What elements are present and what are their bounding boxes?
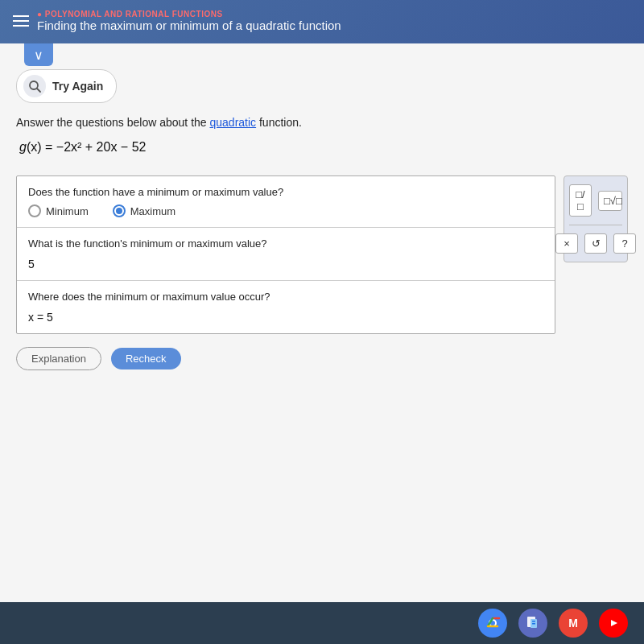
bottom-buttons: Explanation Recheck (0, 334, 644, 383)
header-subtitle: ● POLYNOMIAL AND RATIONAL FUNCTIONS (37, 10, 341, 19)
side-toolbar: □/□ □√□ × ↺ ? (564, 175, 628, 262)
undo-button[interactable]: ↺ (584, 233, 607, 254)
header-title: Finding the maximum or minimum of a quad… (37, 19, 341, 32)
radio-maximum-label: Maximum (130, 205, 175, 217)
subtitle-dot: ● (37, 10, 43, 19)
sqrt-button[interactable]: □√□ (598, 191, 622, 211)
gmail-icon[interactable]: M (559, 609, 588, 638)
questions-panel: Does the function have a minimum or maxi… (16, 175, 555, 334)
header-text: ● POLYNOMIAL AND RATIONAL FUNCTIONS Find… (37, 10, 341, 32)
radio-minimum-circle[interactable] (28, 204, 41, 217)
toolbar-row-1: □/□ □√□ (569, 184, 622, 217)
problem-intro: Answer the questions below about the qua… (16, 116, 628, 129)
try-again-label: Try Again (52, 80, 103, 93)
toolbar-divider (569, 225, 622, 225)
explanation-button[interactable]: Explanation (16, 347, 101, 370)
main-content: ∨ Try Again Answer the questions below a… (0, 43, 644, 602)
fraction-button[interactable]: □/□ (569, 184, 592, 217)
question-block-3: Where does the minimum or maximum value … (17, 281, 555, 333)
chrome-icon[interactable] (478, 609, 507, 638)
help-button[interactable]: ? (613, 233, 636, 254)
svg-line-1 (37, 89, 40, 92)
question-block-1: Does the function have a minimum or maxi… (17, 176, 555, 228)
function-expr: (x) = −2x² + 20x − 52 (27, 140, 147, 154)
question-text-2: What is the function's minimum or maximu… (28, 237, 543, 250)
toolbar-row-2: × ↺ ? (569, 233, 622, 254)
youtube-icon[interactable] (599, 609, 628, 638)
radio-minimum[interactable]: Minimum (28, 204, 89, 217)
taskbar: M (0, 602, 644, 644)
svg-rect-9 (532, 621, 535, 622)
question-block-2: What is the function's minimum or maximu… (17, 228, 555, 281)
radio-minimum-label: Minimum (46, 205, 89, 217)
files-icon[interactable] (518, 609, 547, 638)
try-again-button[interactable]: Try Again (16, 69, 117, 103)
quadratic-link[interactable]: quadratic (210, 116, 257, 129)
chevron-down-icon[interactable]: ∨ (24, 43, 53, 66)
radio-maximum[interactable]: Maximum (113, 204, 175, 217)
recheck-button[interactable]: Recheck (111, 348, 181, 369)
radio-maximum-circle[interactable] (113, 204, 126, 217)
questions-container: Does the function have a minimum or maxi… (0, 175, 644, 334)
function-label: g (19, 140, 27, 154)
times-button[interactable]: × (555, 233, 578, 254)
question-text-3: Where does the minimum or maximum value … (28, 291, 543, 303)
svg-rect-10 (532, 623, 535, 625)
try-again-icon (23, 75, 46, 97)
header: ● POLYNOMIAL AND RATIONAL FUNCTIONS Find… (0, 0, 644, 43)
answer-value-3[interactable]: x = 5 (28, 309, 543, 324)
hamburger-menu[interactable] (13, 15, 29, 27)
answer-value-2[interactable]: 5 (28, 256, 543, 270)
function-display: g(x) = −2x² + 20x − 52 (16, 140, 628, 155)
problem-area: Answer the questions below about the qua… (0, 103, 644, 175)
screen: ● POLYNOMIAL AND RATIONAL FUNCTIONS Find… (0, 0, 644, 644)
question-text-1: Does the function have a minimum or maxi… (28, 186, 543, 198)
try-again-section: ∨ Try Again (0, 43, 644, 103)
radio-group-1: Minimum Maximum (28, 204, 543, 217)
